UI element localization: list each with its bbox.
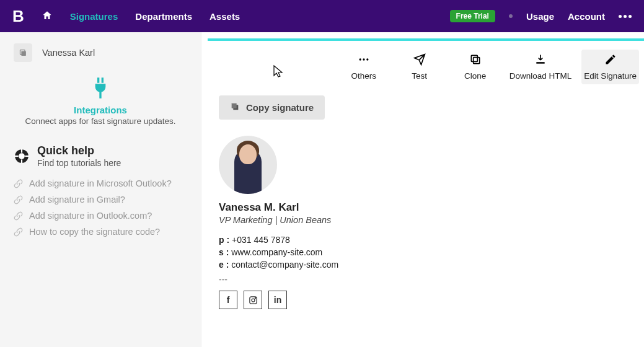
svg-point-9 xyxy=(363,58,364,60)
sidebar-user-name: Vanessa Karl xyxy=(42,48,95,58)
nav-departments[interactable]: Departments xyxy=(135,11,192,22)
linkedin-icon[interactable]: in xyxy=(268,291,287,309)
integrations-title[interactable]: Integrations xyxy=(14,105,187,115)
svg-rect-0 xyxy=(21,51,26,56)
help-link-label: Add signature in Outlook.com? xyxy=(29,211,152,221)
signature-name: Vanessa M. Karl xyxy=(219,201,633,214)
status-dot xyxy=(509,14,513,18)
copy-signature-button[interactable]: Copy signature xyxy=(219,95,325,120)
svg-rect-11 xyxy=(473,58,479,64)
help-link[interactable]: Add signature in Microsoft Outlook? xyxy=(14,175,187,191)
plug-icon xyxy=(14,76,187,102)
toolbar-label: Test xyxy=(412,71,427,81)
toolbar-label: Others xyxy=(351,71,376,81)
toolbar-clone[interactable]: Clone xyxy=(451,50,500,84)
svg-rect-5 xyxy=(21,159,22,164)
svg-rect-4 xyxy=(21,149,22,153)
instagram-icon[interactable] xyxy=(244,291,262,309)
signature-phone: p : +031 445 7878 xyxy=(219,235,633,245)
quick-help-title: Quick help xyxy=(37,144,121,157)
send-icon xyxy=(413,53,426,68)
help-link[interactable]: How to copy the signature code? xyxy=(14,224,187,240)
svg-point-17 xyxy=(255,297,255,298)
copy-stack-icon[interactable] xyxy=(14,43,32,62)
help-link-label: How to copy the signature code? xyxy=(29,227,160,237)
help-link[interactable]: Add signature in Gmail? xyxy=(14,191,187,208)
toolbar-label: Edit Signature xyxy=(584,71,637,81)
help-link-label: Add signature in Gmail? xyxy=(29,195,125,204)
nav-usage[interactable]: Usage xyxy=(526,11,554,22)
svg-rect-14 xyxy=(232,103,237,108)
avatar xyxy=(219,136,277,194)
help-link-label: Add signature in Microsoft Outlook? xyxy=(29,178,172,188)
nav-account[interactable]: Account xyxy=(568,11,605,22)
lifebuoy-icon xyxy=(14,148,30,164)
free-trial-badge[interactable]: Free Trial xyxy=(450,10,495,22)
dots-icon xyxy=(358,53,370,68)
svg-point-3 xyxy=(19,153,25,159)
toolbar-test[interactable]: Test xyxy=(395,50,444,84)
svg-rect-6 xyxy=(14,156,19,157)
nav-assets[interactable]: Assets xyxy=(210,11,240,22)
integrations-subtitle: Connect apps for fast signature updates. xyxy=(14,116,187,126)
clone-icon xyxy=(469,53,482,68)
toolbar-download[interactable]: Download HTML xyxy=(507,50,575,84)
copy-icon xyxy=(230,102,240,113)
signature-site: s : www.company-site.com xyxy=(219,247,633,257)
home-icon[interactable] xyxy=(42,10,53,23)
logo[interactable]: B xyxy=(12,7,24,26)
more-icon[interactable] xyxy=(619,15,632,18)
quick-help-subtitle: Find top tutorials here xyxy=(37,158,121,168)
facebook-icon[interactable]: f xyxy=(219,291,237,309)
svg-point-16 xyxy=(252,299,255,302)
toolbar-label: Download HTML xyxy=(509,71,572,81)
download-icon xyxy=(534,53,547,68)
help-link[interactable]: Add signature in Outlook.com? xyxy=(14,208,187,224)
nav-signatures[interactable]: Signatures xyxy=(70,11,118,22)
signature-divider: --- xyxy=(219,275,633,284)
signature-title: VP Marketing | Union Beans xyxy=(219,215,633,225)
edit-icon xyxy=(604,53,617,68)
toolbar-others[interactable]: Others xyxy=(340,50,388,84)
signature-email: e : contact@company-site.com xyxy=(219,260,633,270)
toolbar-edit[interactable]: Edit Signature xyxy=(581,50,639,84)
svg-rect-7 xyxy=(25,156,29,157)
svg-rect-12 xyxy=(471,55,477,61)
svg-point-10 xyxy=(366,58,368,60)
toolbar-label: Clone xyxy=(464,71,486,81)
copy-signature-label: Copy signature xyxy=(246,102,314,113)
svg-point-8 xyxy=(359,58,361,60)
